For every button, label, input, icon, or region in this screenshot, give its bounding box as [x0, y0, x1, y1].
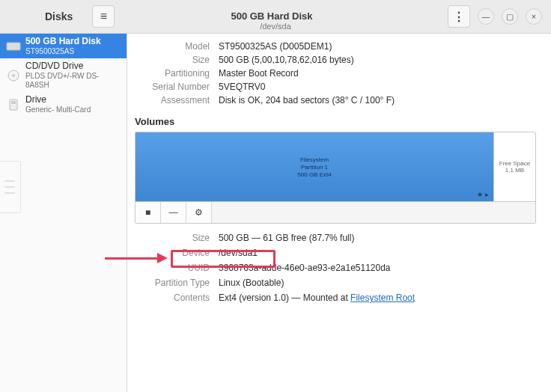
sidebar-item-hard-disk[interactable]: 500 GB Hard Disk ST9500325AS	[0, 34, 127, 58]
part-size-value: 500 GB — 61 GB free (87.7% full)	[219, 233, 536, 243]
kebab-icon: ⋮	[453, 10, 465, 24]
assessment-label: Assessment	[135, 95, 210, 105]
delete-partition-button[interactable]: —	[161, 202, 186, 223]
window-title: 500 GB Hard Disk	[223, 3, 327, 22]
size-value: 500 GB (5,00,10,78,62,016 bytes)	[219, 55, 536, 65]
maximize-icon: ▢	[506, 12, 514, 22]
sidebar-item-subtitle: Generic- Multi-Card	[25, 105, 91, 114]
window-subtitle: /dev/sda	[223, 22, 327, 31]
sidebar-item-subtitle: ST9500325AS	[25, 47, 101, 56]
volume-free-space[interactable]: Free Space 1.1 MB	[493, 132, 535, 201]
maximize-button[interactable]: ▢	[502, 8, 518, 25]
part-device-label: Device	[135, 248, 210, 258]
close-button[interactable]: ×	[526, 8, 542, 25]
sidebar-item-title: 500 GB Hard Disk	[25, 37, 101, 47]
unmount-button[interactable]: ■	[136, 202, 161, 223]
model-label: Model	[135, 41, 210, 52]
app-title: Disks	[45, 10, 73, 22]
volume-partition-1[interactable]: Filesystem Partition 1 500 GB Ext4 ★ ▸	[136, 132, 493, 201]
volume-line3: 500 GB Ext4	[297, 171, 331, 178]
volume-toolbar: ■ — ⚙	[136, 201, 535, 223]
part-contents-label: Contents	[135, 293, 210, 303]
sidebar-item-subtitle: PLDS DVD+/-RW DS-8A8SH	[25, 72, 121, 89]
part-uuid-value: 3968763a-adde-46e0-ae93-e2a1e51120da	[219, 263, 536, 273]
partitioning-value: Master Boot Record	[219, 68, 536, 79]
contents-prefix: Ext4 (version 1.0) — Mounted at	[219, 293, 350, 303]
size-label: Size	[135, 55, 210, 65]
part-uuid-label: UUID	[135, 263, 210, 273]
sidebar-collapse-handle[interactable]	[0, 161, 21, 213]
svg-point-1	[16, 46, 18, 47]
part-contents-value: Ext4 (version 1.0) — Mounted at Filesyst…	[219, 293, 536, 303]
close-icon: ×	[532, 12, 536, 21]
main-panel: Model ST9500325AS (D005DEM1) Size 500 GB…	[127, 34, 551, 392]
sidebar-item-title: CD/DVD Drive	[25, 61, 121, 72]
minimize-icon: —	[482, 12, 490, 21]
titlebar: Disks ≡ 500 GB Hard Disk /dev/sda ⋮ — ▢ …	[0, 0, 551, 34]
assessment-value: Disk is OK, 204 bad sectors (38° C / 100…	[219, 95, 536, 105]
partitioning-label: Partitioning	[135, 68, 210, 79]
part-device-value: /dev/sda1	[219, 248, 536, 258]
window-title-block: 500 GB Hard Disk /dev/sda	[223, 3, 327, 31]
free-space-label: Free Space	[499, 160, 530, 167]
minus-icon: —	[169, 207, 178, 218]
minimize-button[interactable]: —	[478, 8, 494, 25]
disk-info-grid: Model ST9500325AS (D005DEM1) Size 500 GB…	[135, 41, 536, 105]
part-ptype-label: Partition Type	[135, 278, 210, 288]
svg-rect-0	[7, 43, 20, 50]
device-sidebar: 500 GB Hard Disk ST9500325AS CD/DVD Driv…	[0, 34, 127, 392]
volume-line1: Filesystem	[300, 156, 329, 163]
volumes-section-title: Volumes	[135, 116, 536, 127]
serial-value: 5VEQTRV0	[219, 82, 536, 92]
sidebar-item-title: Drive	[25, 95, 91, 105]
serial-label: Serial Number	[135, 82, 210, 92]
sidebar-item-drive[interactable]: Drive Generic- Multi-Card	[0, 92, 127, 117]
hard-disk-icon	[6, 40, 21, 52]
svg-point-3	[12, 74, 15, 77]
disk-menu-button[interactable]: ⋮	[448, 5, 470, 28]
filesystem-root-link[interactable]: Filesystem Root	[350, 293, 415, 303]
part-size-label: Size	[135, 233, 210, 243]
partition-info-grid: Size 500 GB — 61 GB free (87.7% full) De…	[135, 233, 536, 303]
gear-icon: ⚙	[195, 207, 203, 218]
removable-drive-icon	[6, 99, 21, 111]
sidebar-item-cd-dvd[interactable]: CD/DVD Drive PLDS DVD+/-RW DS-8A8SH	[0, 58, 127, 92]
stop-icon: ■	[145, 207, 150, 218]
app-menu-button[interactable]: ≡	[92, 5, 115, 28]
volume-markers-icon: ★ ▸	[477, 191, 489, 198]
hamburger-icon: ≡	[100, 10, 107, 23]
model-value: ST9500325AS (D005DEM1)	[219, 41, 536, 52]
svg-rect-5	[11, 101, 16, 104]
partition-options-button[interactable]: ⚙	[186, 202, 212, 223]
part-ptype-value: Linux (Bootable)	[219, 278, 536, 288]
optical-disc-icon	[6, 70, 21, 82]
free-space-size: 1.1 MB	[505, 167, 524, 174]
volume-line2: Partition 1	[301, 164, 328, 171]
volumes-box: Filesystem Partition 1 500 GB Ext4 ★ ▸ F…	[135, 132, 536, 224]
